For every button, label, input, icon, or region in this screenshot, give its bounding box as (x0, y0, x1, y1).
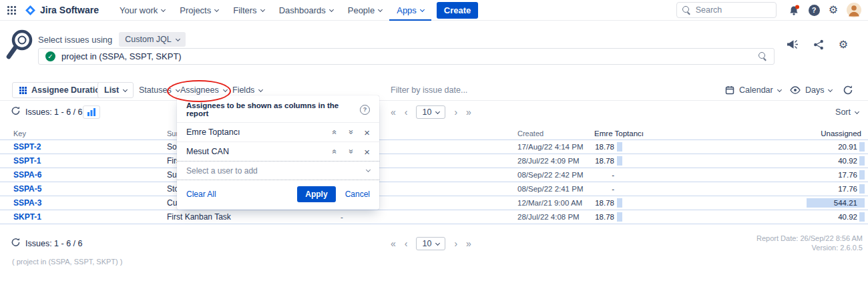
user-avatar[interactable] (847, 3, 861, 17)
remove-assignee-icon[interactable]: × (364, 147, 370, 157)
auto-refresh-toggle[interactable] (843, 85, 853, 95)
duration-bar (859, 184, 865, 194)
reload-issues-icon[interactable] (11, 106, 21, 119)
assignees-dropdown[interactable]: Assignees (180, 85, 227, 95)
nav-menu-dashboards[interactable]: Dashboards (272, 0, 341, 21)
chevron-down-icon (214, 7, 219, 11)
prev-page-button[interactable]: ‹ (405, 239, 408, 248)
days-dropdown[interactable]: Days (790, 85, 832, 95)
assignee-row-controls: « « × (333, 147, 370, 157)
statuses-dropdown[interactable]: Statuses (139, 85, 180, 95)
last-page-button[interactable]: » (466, 107, 471, 117)
move-to-bottom-icon[interactable]: « (347, 130, 355, 135)
issues-bar-bottom: Issues: 1 - 6 / 6 « ‹ 10 › » (0, 235, 868, 252)
page-size-select[interactable]: 10 (416, 105, 445, 119)
issues-count-label: Issues: 1 - 6 / 6 (25, 107, 82, 117)
chevron-down-icon (777, 87, 782, 91)
prev-page-button[interactable]: ‹ (405, 107, 408, 117)
issue-key-link[interactable]: SKPT-1 (0, 212, 154, 222)
popup-help-icon[interactable]: ? (360, 105, 370, 115)
duration-bar (859, 142, 865, 152)
jql-echo-label: ( project in (SSPA, SSPT, SKPT) ) (12, 258, 122, 266)
nav-menu-filters[interactable]: Filters (226, 0, 271, 21)
pagination-top: « ‹ 10 › » (391, 105, 471, 119)
assignee-row: Mesut CAN « « × (177, 142, 379, 161)
settings-gear-icon[interactable]: ⚙ (829, 5, 838, 15)
pagination-bottom: « ‹ 10 › » (391, 237, 471, 250)
calendar-dropdown[interactable]: Calendar (725, 85, 781, 95)
table-row: SSPA-6 Sub 08/Sep/22 2:42 PM - 17.76 (0, 168, 868, 182)
apply-button[interactable]: Apply (297, 186, 335, 202)
table-row: SSPA-5 Sto 08/Sep/22 2:41 PM - 17.76 (0, 182, 868, 196)
issue-key-link[interactable]: SSPA-6 (0, 170, 154, 180)
nav-right: ? ⚙ (676, 2, 861, 18)
main-menu: Your work Projects Filters Dashboards Pe… (112, 0, 431, 21)
view-select[interactable]: List (97, 82, 134, 98)
duration-bar (859, 156, 865, 166)
nav-menu-your-work[interactable]: Your work (112, 0, 172, 21)
select-issues-label: Select issues using (38, 35, 112, 45)
search-input[interactable] (696, 5, 771, 15)
issue-key-link[interactable]: SSPA-5 (0, 184, 154, 194)
reload-issues-icon[interactable] (11, 238, 21, 250)
eye-icon (790, 86, 801, 94)
table-row: SSPT-1 Firs 28/Jul/22 4:09 PM 18.78 40.9… (0, 154, 868, 168)
clear-all-link[interactable]: Clear All (186, 190, 216, 199)
remove-assignee-icon[interactable]: × (364, 127, 370, 137)
jql-mode-select[interactable]: Custom JQL (119, 32, 185, 47)
app-logo-magnifier-icon (5, 28, 35, 61)
share-icon[interactable] (813, 39, 824, 50)
issue-created-cell: 08/Sep/22 2:42 PM (504, 171, 591, 179)
jql-mode-row: Select issues using Custom JQL (38, 32, 186, 47)
chart-view-button[interactable] (83, 105, 100, 119)
app-switcher-icon[interactable] (7, 5, 17, 15)
duration-bar (617, 198, 622, 208)
fields-dropdown[interactable]: Fields (232, 85, 262, 95)
issue-summary: First Kanban Task (154, 212, 327, 222)
add-user-select[interactable]: Select a user to add (177, 161, 379, 180)
issue-key-link[interactable]: SSPA-3 (0, 198, 154, 208)
first-page-button[interactable]: « (391, 239, 396, 248)
report-settings-gear-icon[interactable]: ⚙ (839, 39, 848, 50)
jira-logo-icon (25, 5, 36, 16)
next-page-button[interactable]: › (454, 239, 457, 248)
jql-query-input[interactable]: ✓ project in (SSPA, SSPT, SKPT) (38, 48, 775, 65)
duration-cell-user2: 40.92 (648, 210, 868, 224)
page-size-select[interactable]: 10 (416, 237, 445, 250)
duration-cell-user2: 17.76 (648, 182, 868, 196)
notifications-bell-icon[interactable] (788, 5, 800, 16)
duration-cell-user1: 18.78 (591, 154, 648, 168)
sort-dropdown[interactable]: Sort (835, 107, 859, 117)
issue-key-link[interactable]: SSPT-2 (0, 142, 154, 152)
move-to-top-icon[interactable]: « (331, 130, 339, 135)
move-to-bottom-icon[interactable]: « (347, 150, 355, 154)
announcements-icon[interactable] (786, 39, 799, 50)
nav-menu-people[interactable]: People (341, 0, 389, 21)
first-page-button[interactable]: « (391, 107, 396, 117)
issue-date-cell: - (327, 213, 504, 221)
calendar-icon (725, 85, 734, 95)
jql-search-icon[interactable] (758, 52, 767, 61)
column-header-key: Key (0, 129, 154, 137)
report-date-label: Report Date: 26/Sep/22 8:56 AM (756, 234, 863, 242)
issues-table: Key Summary Created Emre Toptancı Unassi… (0, 127, 868, 224)
next-page-button[interactable]: › (454, 107, 457, 117)
nav-menu-apps[interactable]: Apps (389, 0, 431, 21)
last-page-button[interactable]: » (466, 239, 471, 248)
issue-date-filter-input[interactable] (391, 85, 537, 95)
brand[interactable]: Jira Software (25, 5, 99, 16)
create-button[interactable]: Create (437, 2, 478, 19)
global-search[interactable] (676, 2, 777, 18)
issue-key-link[interactable]: SSPT-1 (0, 156, 154, 166)
move-to-top-icon[interactable]: « (331, 150, 339, 154)
duration-bar (859, 212, 865, 222)
chevron-down-icon (176, 87, 180, 91)
chevron-down-icon (260, 7, 265, 11)
cancel-link[interactable]: Cancel (345, 190, 370, 199)
nav-menu-projects[interactable]: Projects (172, 0, 226, 21)
search-icon (682, 6, 691, 15)
chevron-down-icon (258, 87, 263, 91)
duration-bar (617, 212, 622, 222)
help-icon[interactable]: ? (809, 5, 820, 16)
chevron-down-icon (420, 7, 425, 11)
